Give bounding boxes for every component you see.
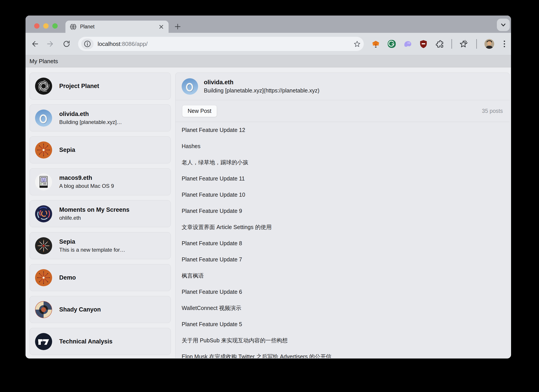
post-item[interactable]: 老人，绿草地，踢球的小孩 <box>175 154 510 171</box>
sparkle-star-icon[interactable] <box>459 39 469 49</box>
url-path: :8086/app/ <box>120 41 148 47</box>
reload-icon[interactable] <box>63 40 70 48</box>
tab-search-button[interactable] <box>497 19 510 31</box>
browser-window: Planet <box>25 15 511 359</box>
planet-title: Demo <box>59 274 76 281</box>
planet-title: Sepia <box>59 238 125 245</box>
post-item[interactable]: Planet Feature Update 10 <box>175 187 510 203</box>
posts-list: Planet Feature Update 12 Hashes 老人，绿草地，踢… <box>175 122 510 358</box>
new-post-button[interactable]: New Post <box>182 105 217 117</box>
post-item[interactable]: Planet Feature Update 11 <box>175 171 510 187</box>
url-host: localhost <box>98 41 120 47</box>
planet-title: Moments on My Screens <box>59 206 130 213</box>
planet-profile-header: olivida.eth Building [planetable.xyz](ht… <box>175 73 510 100</box>
toolbar-separator <box>476 39 477 49</box>
sidebar-item-shady-canyon[interactable]: Shady Canyon <box>29 296 171 323</box>
browser-menu-icon[interactable] <box>502 39 507 48</box>
macos9-icon <box>35 173 52 191</box>
post-item[interactable]: 枫言枫语 <box>175 268 510 284</box>
planet-detail-panel: olivida.eth Building [planetable.xyz](ht… <box>175 72 510 358</box>
profile-avatar[interactable] <box>484 39 494 49</box>
bookmark-star-icon[interactable] <box>354 40 361 48</box>
planet-subtitle: This is a new template for… <box>59 247 125 253</box>
planet-title: Shady Canyon <box>59 306 101 313</box>
sidebar-item-demo[interactable]: Demo <box>29 264 171 291</box>
posts-count: 35 posts <box>482 108 503 114</box>
post-item[interactable]: Planet Feature Update 9 <box>175 203 510 219</box>
planet-subtitle: ohlife.eth <box>59 215 130 221</box>
close-window-button[interactable] <box>34 23 39 29</box>
extensions-puzzle-icon[interactable] <box>435 39 444 48</box>
app-body: Project Planet olivida.eth Building [pla… <box>25 67 511 358</box>
post-item[interactable]: 文章设置界面 Article Settings 的使用 <box>175 219 510 235</box>
sidebar-item-technical-analysis[interactable]: Technical Analysis <box>29 328 171 355</box>
globe-favicon-icon <box>70 24 77 30</box>
url-bar[interactable]: localhost:8086/app/ <box>78 37 364 51</box>
tab-close-icon[interactable] <box>158 24 164 30</box>
sidebar-item-sepia-2[interactable]: Sepia This is a new template for… <box>29 232 171 259</box>
planet-title: Technical Analysis <box>59 338 112 345</box>
shady-canyon-icon <box>35 301 52 318</box>
planet-title: Sepia <box>59 147 75 153</box>
sepia-orange-icon <box>35 141 52 158</box>
new-tab-button[interactable] <box>174 23 182 31</box>
sepia-dark-icon <box>35 237 52 254</box>
tab-strip: Planet <box>25 15 511 33</box>
olivida-avatar <box>182 78 198 95</box>
back-icon[interactable] <box>31 40 38 48</box>
planet-subtitle: Building [planetable.xyz]… <box>59 119 122 125</box>
sidebar-item-project-planet[interactable]: Project Planet <box>29 72 171 100</box>
profile-bio: Building [planetable.xyz](https://planet… <box>204 87 319 94</box>
browser-tab[interactable]: Planet <box>65 21 168 33</box>
sidebar-item-macos9[interactable]: macos9.eth A blog about Mac OS 9 <box>29 168 171 195</box>
project-planet-icon <box>35 78 52 95</box>
post-item[interactable]: Planet Feature Update 6 <box>175 284 510 300</box>
tab-title: Planet <box>80 24 158 30</box>
site-info-chip[interactable] <box>81 38 94 49</box>
planet-sidebar: Project Planet olivida.eth Building [pla… <box>29 72 171 358</box>
page-title: My Planets <box>29 58 58 65</box>
planet-title: Project Planet <box>59 83 99 90</box>
sidebar-item-moments[interactable]: Moments on My Screens ohlife.eth <box>29 200 171 227</box>
metamask-extension-icon[interactable] <box>371 39 380 48</box>
post-item[interactable]: Planet Feature Update 7 <box>175 251 510 268</box>
chevron-down-icon <box>500 21 507 28</box>
plus-icon <box>174 23 181 30</box>
olivida-avatar-icon <box>35 110 52 127</box>
post-item[interactable]: Planet Feature Update 5 <box>175 316 510 332</box>
browser-toolbar: localhost:8086/app/ <box>25 33 511 55</box>
sidebar-item-olivida[interactable]: olivida.eth Building [planetable.xyz]… <box>29 105 171 131</box>
forward-icon[interactable] <box>47 40 54 48</box>
post-item[interactable]: Hashes <box>175 138 510 154</box>
post-item[interactable]: Planet Feature Update 12 <box>175 122 510 138</box>
phantom-ghost-extension-icon[interactable] <box>403 39 412 48</box>
demo-icon <box>35 269 52 286</box>
post-item[interactable]: Planet Feature Update 8 <box>175 235 510 251</box>
grammarly-extension-icon[interactable] <box>387 39 396 48</box>
url-text[interactable]: localhost:8086/app/ <box>98 41 354 48</box>
post-item[interactable]: WalletConnect 视频演示 <box>175 300 510 316</box>
ublock-shield-extension-icon[interactable] <box>419 39 428 48</box>
post-toolbar: New Post 35 posts <box>175 100 510 122</box>
sidebar-item-sepia[interactable]: Sepia <box>29 136 171 163</box>
toolbar-separator <box>451 39 452 49</box>
post-item[interactable]: Elon Musk 在完成收购 Twitter 之后写给 Advertisers… <box>175 349 510 358</box>
zoom-window-button[interactable] <box>52 23 58 29</box>
minimize-window-button[interactable] <box>43 23 48 29</box>
tradingview-icon <box>35 333 52 350</box>
planet-title: olivida.eth <box>59 111 122 118</box>
planet-title: macos9.eth <box>59 174 114 181</box>
moments-icon <box>35 205 52 222</box>
traffic-lights <box>34 23 58 29</box>
planet-subtitle: A blog about Mac OS 9 <box>59 183 114 189</box>
app-header: My Planets <box>25 55 511 67</box>
info-icon <box>84 40 91 48</box>
post-item[interactable]: 关于用 PubSub 来实现互动内容的一些构想 <box>175 332 510 349</box>
profile-name: olivida.eth <box>204 79 319 86</box>
